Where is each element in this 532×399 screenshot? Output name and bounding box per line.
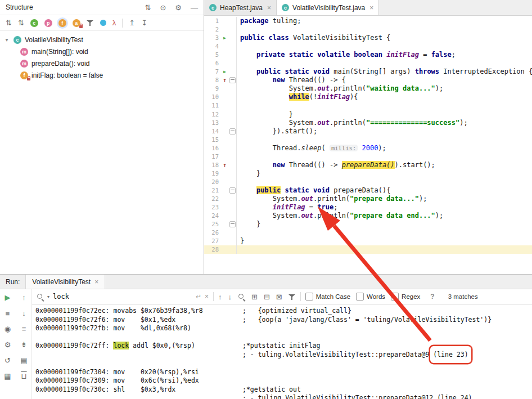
settings-button[interactable]: ⚙ xyxy=(4,341,11,348)
structure-item-method[interactable]: mmain(String[]): void xyxy=(0,46,204,57)
code-line[interactable]: 19 } xyxy=(204,169,532,178)
code-line[interactable]: 18↑ new Thread(() -> prepareData()).star… xyxy=(204,161,532,169)
show-properties-icon[interactable]: p xyxy=(44,19,52,27)
run-line-button[interactable]: ▶ xyxy=(223,68,226,76)
chevron-down-icon[interactable]: ▾ xyxy=(3,37,10,43)
soft-wrap-button[interactable]: ≡ xyxy=(22,325,26,333)
run-tab[interactable]: VolatileVisibilityTest × xyxy=(25,275,105,289)
collapse-all-icon[interactable]: ↧ xyxy=(141,19,147,26)
implements-marker-icon[interactable]: ↑ xyxy=(223,161,227,169)
code-line[interactable]: 24 System.out.println("prepare data end.… xyxy=(204,212,532,220)
regex-checkbox[interactable]: Regex xyxy=(391,293,420,301)
code-line[interactable]: 22 System.out.println("prepare data...")… xyxy=(204,195,532,203)
code-line[interactable]: 15 xyxy=(204,136,532,144)
next-occurrence-icon[interactable]: ↓ xyxy=(228,293,232,301)
editor-tab[interactable]: cHeapTest.java× xyxy=(204,0,277,15)
fold-slot xyxy=(229,195,237,203)
fold-marker-icon[interactable] xyxy=(229,221,236,227)
rerun-button[interactable]: ▶ xyxy=(5,294,11,301)
editor-tab[interactable]: cVolatileVisibilityTest.java× xyxy=(277,0,379,15)
structure-item-class[interactable]: ▾cVolatileVisibilityTest xyxy=(0,34,204,46)
code-line[interactable]: 10 while(!initFlag){ xyxy=(204,93,532,101)
code-line[interactable]: 27} xyxy=(204,237,532,245)
scroll-to-end-button[interactable]: ⇟ xyxy=(21,341,27,348)
code-line[interactable]: 16 Thread.sleep( millis: 2000); xyxy=(204,144,532,153)
print-button[interactable]: ▤ xyxy=(20,357,27,364)
remove-occurrence-icon[interactable]: ⊟ xyxy=(264,293,270,301)
sort-alphabetically-icon[interactable]: ⇅ xyxy=(18,19,24,26)
code-line[interactable]: 17 xyxy=(204,153,532,161)
code-line[interactable]: 3▶public class VolatileVisibilityTest { xyxy=(204,34,532,42)
line-number: 7 xyxy=(204,68,220,76)
editor-body[interactable]: 1package tuling;23▶public class Volatile… xyxy=(204,16,532,274)
filter-icon[interactable] xyxy=(87,19,94,26)
close-tab-icon[interactable]: × xyxy=(267,4,271,12)
implements-marker-icon[interactable]: ↑ xyxy=(223,76,227,84)
code-line[interactable]: 7▶ public static void main(String[] args… xyxy=(204,68,532,76)
code-line[interactable]: 8↑ new Thread(() -> { xyxy=(204,76,532,84)
show-lambdas-icon[interactable]: λ xyxy=(112,19,116,26)
code-line[interactable]: 13 System.out.println("==============suc… xyxy=(204,119,532,127)
structure-item-method[interactable]: mprepareData(): void xyxy=(0,57,204,69)
sort-by-visibility-icon[interactable]: ⇅ xyxy=(6,19,12,26)
fold-slot xyxy=(229,220,237,228)
code-line[interactable]: 5 private static volatile boolean initFl… xyxy=(204,51,532,59)
code-line[interactable]: 25 } xyxy=(204,220,532,228)
settings-icon[interactable]: ⚙ xyxy=(175,4,182,11)
add-occurrence-icon[interactable]: ⊞ xyxy=(251,293,258,301)
code-line[interactable]: 28 xyxy=(204,245,532,254)
hide-icon[interactable]: — xyxy=(191,4,198,11)
line-number: 24 xyxy=(204,212,220,220)
run-tab-close-icon[interactable]: × xyxy=(94,278,98,286)
code-line[interactable]: 1package tuling; xyxy=(204,17,532,25)
fold-marker-icon[interactable] xyxy=(229,187,236,194)
stop-button[interactable]: ■ xyxy=(6,310,10,317)
locate-icon[interactable]: ⊙ xyxy=(160,4,166,11)
filter-results-icon[interactable] xyxy=(288,293,296,301)
find-all-icon[interactable] xyxy=(238,293,245,301)
show-objects-icon[interactable] xyxy=(100,20,106,26)
help-icon[interactable]: ? xyxy=(430,293,434,301)
sort-icon[interactable]: ⇅ xyxy=(145,4,151,11)
search-history-chevron-icon[interactable]: ▾ xyxy=(47,294,49,299)
code-line[interactable]: 26 xyxy=(204,228,532,237)
select-all-occurrences-icon[interactable]: ⊠ xyxy=(276,293,282,301)
code-line[interactable]: 23 initFlag = true; xyxy=(204,203,532,212)
code-line[interactable]: 20 xyxy=(204,178,532,186)
code-line[interactable]: 2 xyxy=(204,25,532,34)
search-field[interactable]: ▾ lock ↵ × xyxy=(37,293,209,301)
words-checkbox[interactable]: Words xyxy=(356,293,385,301)
fold-marker-icon[interactable] xyxy=(229,128,236,135)
clear-all-button[interactable]: ⊔ xyxy=(21,373,26,380)
code-line[interactable]: 21 public static void prepareData(){ xyxy=(204,186,532,195)
checkbox-icon[interactable] xyxy=(391,293,399,301)
close-tab-icon[interactable]: × xyxy=(369,4,373,12)
previous-occurrence-icon[interactable]: ↑ xyxy=(218,293,222,301)
show-fields-icon[interactable]: f xyxy=(58,19,66,27)
search-input[interactable]: lock xyxy=(53,293,192,301)
code-line[interactable]: 6 xyxy=(204,59,532,68)
run-line-button[interactable]: ▶ xyxy=(223,34,226,42)
code-line[interactable]: 12 } xyxy=(204,110,532,119)
fold-marker-icon[interactable] xyxy=(229,77,236,83)
up-the-stack-button[interactable]: ↑ xyxy=(22,294,26,301)
down-the-stack-button[interactable]: ↓ xyxy=(22,310,26,317)
console-output[interactable]: 0x000001199f0c72ec: movabs $0x76b39fa38,… xyxy=(32,304,532,399)
show-anonymous-classes-icon[interactable]: a xyxy=(73,19,80,27)
restore-layout-button[interactable]: ↺ xyxy=(4,357,11,364)
show-inherited-icon[interactable]: c xyxy=(30,19,38,27)
structure-item-field[interactable]: finitFlag: boolean = false xyxy=(0,69,204,81)
code-line[interactable]: 4 xyxy=(204,42,532,51)
code-line[interactable]: 11 xyxy=(204,101,532,110)
code-line[interactable]: 14 }).start(); xyxy=(204,127,532,136)
code-line[interactable]: 9 System.out.println("waiting data..."); xyxy=(204,84,532,93)
checkbox-icon[interactable] xyxy=(356,293,364,301)
code-text: System.out.println("prepare data..."); xyxy=(237,195,427,203)
pin-tab-button[interactable]: ▦ xyxy=(4,373,11,380)
match-case-checkbox[interactable]: Match Case xyxy=(305,293,350,301)
clear-search-icon[interactable]: × xyxy=(205,293,209,301)
thread-dump-button[interactable]: ◉ xyxy=(4,325,11,333)
checkbox-icon[interactable] xyxy=(305,293,313,301)
checkbox-label: Regex xyxy=(402,293,420,300)
expand-all-icon[interactable]: ↥ xyxy=(129,19,135,26)
